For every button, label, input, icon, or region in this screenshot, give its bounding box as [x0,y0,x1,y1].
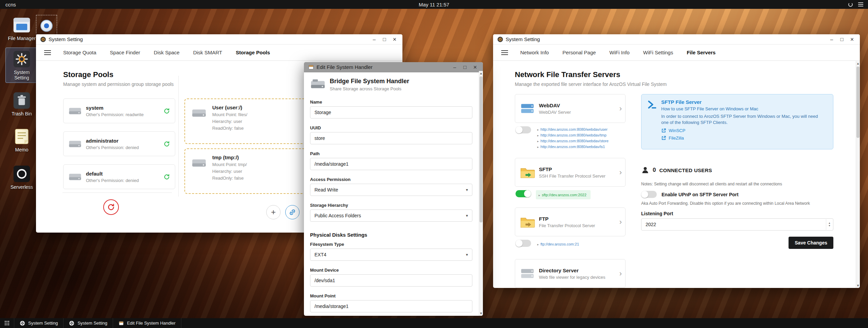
ftp-link[interactable]: ▸ftp://dev.arozos.com:21 [537,242,579,246]
menu-icon[interactable] [44,49,51,56]
storage-pool-card-default[interactable]: default Other's Permission: denied [63,164,175,189]
disk-icon [68,172,82,182]
external-link-icon [661,135,666,141]
dialog-title: Bridge File System Handler [330,78,409,85]
mount-point-input[interactable] [310,300,472,312]
desktop-icon-label: System Setting [6,70,38,80]
filesystem-type-select[interactable]: EXT4 ▾ [310,249,472,261]
help-title: SFTP File Server [661,99,821,105]
column-divider [178,76,179,197]
desktop-icon-serverless[interactable]: Serverless [5,162,38,192]
tab-storage-pools[interactable]: Storage Pools [229,44,277,61]
scroll-up-icon[interactable]: ▲ [856,62,860,65]
scrollbar-thumb[interactable] [856,67,860,138]
sync-icon[interactable] [163,108,170,114]
tab-storage-quota[interactable]: Storage Quota [56,44,103,61]
bridge-link-button[interactable] [285,205,300,219]
sftp-folder-icon [520,166,535,179]
sync-icon[interactable] [163,141,170,147]
ftp-toggle[interactable] [516,240,531,247]
number-stepper[interactable]: ▲▼ [826,219,833,230]
name-input[interactable] [310,106,472,119]
webdav-server-icon [520,102,535,115]
refresh-pools-button[interactable] [103,199,119,215]
server-card-webdav[interactable]: WebDAV WebDAV Server › [515,94,626,123]
tab-disk-smart[interactable]: Disk SMART [186,44,229,61]
tab-file-servers[interactable]: File Servers [680,44,722,61]
scroll-up-icon[interactable]: ▲ [479,72,483,75]
minimize-button[interactable]: – [369,34,379,44]
link-filezilla[interactable]: FileZilla [661,135,821,141]
scrollbar-thumb[interactable] [480,76,483,222]
sftp-toggle[interactable] [516,190,531,197]
chevron-right-icon: › [619,219,622,225]
scrollbar[interactable]: ▲ ▼ [479,71,483,316]
scrollbar[interactable]: ▲ ▼ [856,61,860,288]
tab-personal-page[interactable]: Personal Page [556,44,602,61]
storage-pool-card-system[interactable]: system Other's Permission: readwrite [63,98,175,123]
stepper-down-icon[interactable]: ▼ [828,224,831,227]
page-title: Storage Pools [63,70,174,79]
ftp-folder-icon [520,216,535,229]
scroll-down-icon[interactable]: ▼ [856,284,860,287]
path-input[interactable] [310,158,472,170]
server-card-sftp[interactable]: SFTP SSH File Transfer Protocol Server › [515,158,626,187]
link-winscp[interactable]: WinSCP [661,128,821,133]
close-button[interactable]: × [847,34,857,44]
minimize-button[interactable]: – [827,34,837,44]
scroll-down-icon[interactable]: ▼ [479,312,483,315]
chevron-right-icon: › [619,270,622,277]
storage-hierarchy-select[interactable]: Public Access Folders ▾ [310,209,472,222]
launcher-button[interactable] [0,318,14,328]
uuid-input[interactable] [310,132,472,144]
taskbar-item-system-setting-2[interactable]: System Setting [64,318,112,328]
mount-device-input[interactable] [310,274,472,287]
help-body: In order to connect to ArozOS SFTP Serve… [661,113,821,126]
desktop-icon-memo[interactable]: Memo [5,125,38,155]
storage-pool-card-administrator[interactable]: administrator Other's Permission: denied [63,131,175,156]
sync-icon[interactable] [163,174,170,180]
bullet-arrow-icon: ▸ [539,194,540,197]
listening-port-input[interactable] [641,219,833,230]
maximize-button[interactable]: □ [379,34,390,44]
chevron-right-icon: › [619,105,622,112]
access-permission-select[interactable]: Read Write ▾ [310,184,472,196]
connection-note: Notes: Setting change will disconnect al… [641,182,782,186]
tab-network-info[interactable]: Network Info [513,44,556,61]
mount-name: tmp (tmp:/) [212,154,247,160]
hostname-label: ccns [5,2,16,7]
maximize-button[interactable]: □ [837,34,847,44]
server-card-directory[interactable]: Directory Server Web file viewer for leg… [515,259,626,288]
server-card-ftp[interactable]: FTP File Transfer Protocol Server › [515,207,626,236]
desktop-icon-file-manager[interactable]: File Manager [5,14,38,43]
upnp-toggle[interactable] [641,191,657,198]
uuid-label: UUID [310,125,472,130]
server-desc: Web file viewer for legacy devices [539,275,605,280]
taskbar-item-system-setting-1[interactable]: System Setting [14,318,63,328]
desktop-icon-trash-bin[interactable]: Trash Bin [5,89,38,119]
tab-wifi-settings[interactable]: WiFi Settings [636,44,680,61]
sftp-link[interactable]: ▸sftp://dev.arozos.com:2022 [539,193,586,197]
title-bar[interactable]: System Setting – □ × [493,34,860,44]
tab-space-finder[interactable]: Space Finder [103,44,147,61]
webdav-link[interactable]: ▸http://dev.arozos.com:8080/webdav/store [537,138,609,144]
desktop-shortcut-selected[interactable] [36,15,57,37]
webdav-link[interactable]: ▸http://dev.arozos.com:8080/webdav/user [537,127,609,132]
tab-disk-space[interactable]: Disk Space [147,44,186,61]
topbar-menu-icon[interactable] [858,1,863,7]
webdav-link[interactable]: ▸http://dev.arozos.com:8080/webdav/tmp [537,132,609,138]
save-changes-button[interactable]: Save Changes [789,237,833,249]
gear-icon [13,50,31,68]
webdav-toggle[interactable] [516,126,531,133]
tab-wifi-info[interactable]: WiFi Info [603,44,636,61]
taskbar-item-edit-fs-handler[interactable]: Edit File System Handler [113,318,181,328]
desktop-icon-system-setting[interactable]: System Setting [5,48,38,83]
close-button[interactable]: × [390,34,400,44]
connected-users-label: CONNECTED USERS [659,167,712,173]
stepper-up-icon[interactable]: ▲ [828,222,831,224]
menu-icon[interactable] [501,49,508,56]
add-mount-button[interactable]: + [266,205,281,219]
webdav-link[interactable]: ▸http://dev.arozos.com:8080/webdav/ls1 [537,144,609,150]
gear-icon [497,36,503,42]
title-bar[interactable]: System Setting – □ × [36,34,402,44]
